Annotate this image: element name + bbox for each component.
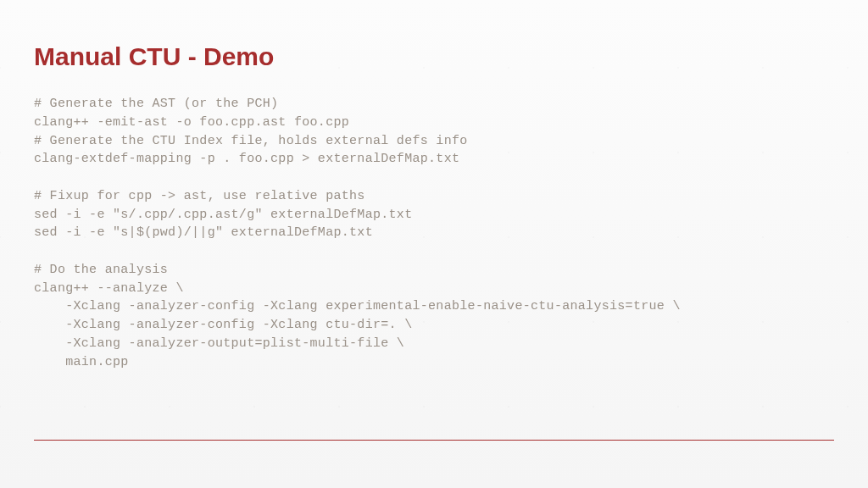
slide-container: Manual CTU - Demo # Generate the AST (or… bbox=[0, 0, 868, 488]
slide-title: Manual CTU - Demo bbox=[34, 42, 834, 71]
code-block: # Generate the AST (or the PCH) clang++ … bbox=[34, 95, 834, 371]
footer-divider bbox=[34, 440, 834, 441]
